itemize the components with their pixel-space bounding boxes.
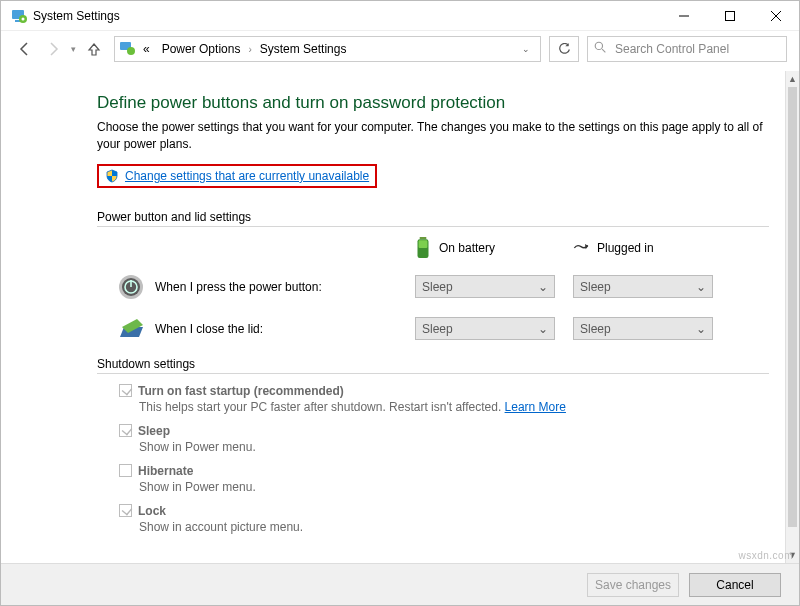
column-on-battery-label: On battery [439,241,495,255]
sleep-item: Sleep Show in Power menu. [119,424,769,454]
lock-item: Lock Show in account picture menu. [119,504,769,534]
power-button-label: When I press the power button: [155,280,322,294]
save-button[interactable]: Save changes [587,573,679,597]
learn-more-link[interactable]: Learn More [505,400,566,414]
lid-row: When I close the lid: Sleep ⌄ Sleep ⌄ [117,315,769,343]
hibernate-desc: Show in Power menu. [139,480,769,494]
lock-label: Lock [138,504,166,518]
hibernate-item: Hibernate Show in Power menu. [119,464,769,494]
search-icon [594,41,607,57]
power-button-icon [117,273,145,301]
fast-startup-checkbox[interactable] [119,384,132,397]
lock-checkbox[interactable] [119,504,132,517]
chevron-right-icon: › [248,44,251,55]
lid-plugged-value: Sleep [580,322,611,336]
chevron-down-icon: ⌄ [538,322,548,336]
watermark: wsxdn.com [738,550,793,561]
svg-point-10 [595,42,602,49]
lock-desc: Show in account picture menu. [139,520,769,534]
power-button-row: When I press the power button: Sleep ⌄ S… [117,273,769,301]
svg-rect-12 [420,237,427,239]
up-button[interactable] [82,37,106,61]
lid-battery-select[interactable]: Sleep ⌄ [415,317,555,340]
navbar: ▾ « Power Options › System Settings ⌄ [1,31,799,67]
history-dropdown[interactable]: ▾ [71,44,76,54]
search-input[interactable] [613,41,780,57]
power-button-plugged-value: Sleep [580,280,611,294]
refresh-button[interactable] [549,36,579,62]
address-bar[interactable]: « Power Options › System Settings ⌄ [114,36,541,62]
breadcrumb-root[interactable]: « [139,40,154,58]
window-title: System Settings [33,9,120,23]
lid-battery-value: Sleep [422,322,453,336]
power-button-plugged-select[interactable]: Sleep ⌄ [573,275,713,298]
close-button[interactable] [753,1,799,31]
lid-icon [117,315,145,343]
svg-rect-14 [419,240,428,248]
back-button[interactable] [13,37,37,61]
power-button-battery-select[interactable]: Sleep ⌄ [415,275,555,298]
divider [97,373,769,374]
content-area: Define power buttons and turn on passwor… [1,69,799,563]
svg-point-3 [22,17,25,20]
hibernate-checkbox[interactable] [119,464,132,477]
svg-rect-5 [726,11,735,20]
breadcrumb-system-settings[interactable]: System Settings [256,40,351,58]
column-on-battery: On battery [415,237,555,259]
scroll-thumb[interactable] [788,87,797,527]
page-title: Define power buttons and turn on passwor… [97,93,769,113]
plug-icon [573,237,589,259]
settings-monitor-icon [11,8,27,24]
control-panel-icon [119,40,135,59]
fast-startup-item: Turn on fast startup (recommended) This … [119,384,769,414]
minimize-button[interactable] [661,1,707,31]
sleep-desc: Show in Power menu. [139,440,769,454]
chevron-down-icon: ⌄ [696,322,706,336]
svg-line-11 [602,49,605,52]
shutdown-group-title: Shutdown settings [97,357,769,371]
sleep-label: Sleep [138,424,170,438]
maximize-button[interactable] [707,1,753,31]
breadcrumb-power-options[interactable]: Power Options [158,40,245,58]
shield-icon [105,169,119,183]
divider [97,226,769,227]
change-settings-link[interactable]: Change settings that are currently unava… [125,169,369,183]
scrollbar[interactable]: ▲ ▼ [785,71,799,563]
chevron-down-icon: ⌄ [538,280,548,294]
battery-icon [415,237,431,259]
svg-point-9 [127,47,135,55]
cancel-button[interactable]: Cancel [689,573,781,597]
fast-startup-desc: This helps start your PC faster after sh… [139,400,769,414]
scroll-up-arrow[interactable]: ▲ [786,71,799,87]
lid-label: When I close the lid: [155,322,263,336]
address-dropdown[interactable]: ⌄ [516,44,536,54]
footer: Save changes Cancel [1,563,799,605]
change-settings-link-region: Change settings that are currently unava… [97,164,377,188]
sleep-checkbox[interactable] [119,424,132,437]
forward-button[interactable] [41,37,65,61]
power-button-battery-value: Sleep [422,280,453,294]
search-box[interactable] [587,36,787,62]
power-button-group-title: Power button and lid settings [97,210,769,224]
column-plugged-in-label: Plugged in [597,241,654,255]
lid-plugged-select[interactable]: Sleep ⌄ [573,317,713,340]
fast-startup-label: Turn on fast startup (recommended) [138,384,344,398]
titlebar: System Settings [1,1,799,31]
column-plugged-in: Plugged in [573,237,713,259]
page-description: Choose the power settings that you want … [97,119,769,154]
hibernate-label: Hibernate [138,464,193,478]
chevron-down-icon: ⌄ [696,280,706,294]
